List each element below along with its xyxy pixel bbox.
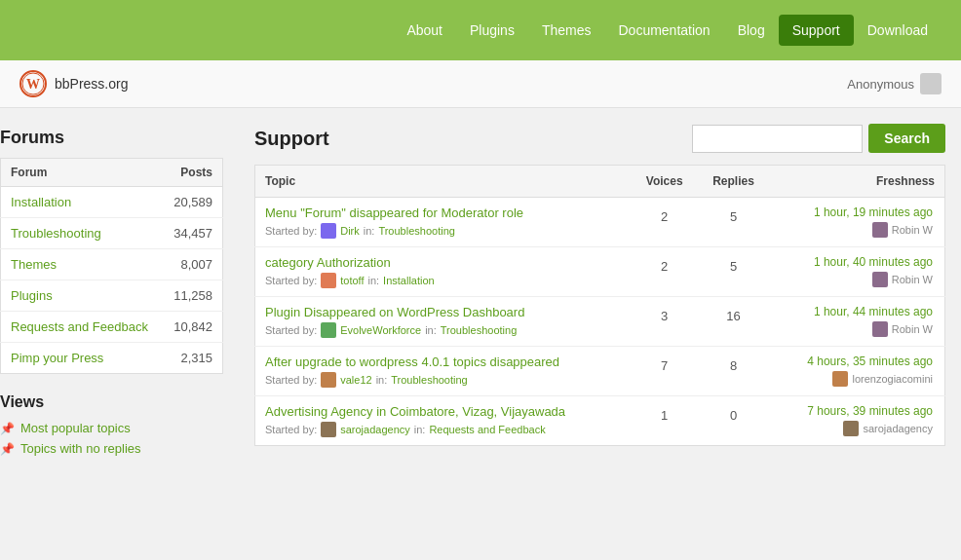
replies-cell: 5 [698,247,770,297]
forum-posts-count: 8,007 [163,249,223,280]
topic-meta: Started by: Dirk in: Troubleshooting [265,223,622,239]
forum-row: Pimp your Press 2,315 [1,343,223,374]
forum-row: Themes 8,007 [1,249,223,280]
voices-cell: 7 [632,347,698,396]
reply-username: Robin W [892,224,933,236]
author-avatar [321,322,336,338]
started-by-label: Started by: [265,275,317,286]
author-link[interactable]: Dirk [340,225,360,237]
author-avatar [321,273,336,288]
nav-documentation[interactable]: Documentation [604,15,723,46]
svg-text:W: W [26,77,40,92]
author-link[interactable]: totoff [340,275,364,286]
topic-cell: category Authorization Started by: totof… [255,247,632,297]
freshness-time: 1 hour, 40 minutes ago [781,255,933,269]
forum-link[interactable]: Installation [11,195,71,209]
in-label: in: [367,275,379,286]
search-button[interactable]: Search [868,124,945,153]
voices-cell: 2 [632,198,698,247]
topic-cell: Menu "Forum" disappeared for Moderator r… [255,198,632,247]
topic-title-link[interactable]: Menu "Forum" disappeared for Moderator r… [265,205,523,220]
username-label: Anonymous [847,77,914,92]
started-by-label: Started by: [265,424,317,435]
forum-row: Installation 20,589 [1,187,223,218]
freshness-cell: 1 hour, 44 minutes ago Robin W [769,297,944,347]
forum-posts-count: 11,258 [163,280,223,312]
views-list: 📌 Most popular topics 📌 Topics with no r… [0,421,223,456]
freshness-user: sarojadagency [781,421,933,436]
topic-meta: Started by: EvolveWorkforce in: Troubles… [265,322,622,338]
forum-col-header: Forum [1,159,163,187]
reply-username: Robin W [892,274,933,285]
freshness-cell: 1 hour, 40 minutes ago Robin W [769,247,944,297]
replies-col-header: Replies [698,166,770,198]
in-label: in: [376,374,388,386]
topic-meta: Started by: vale12 in: Troubleshooting [265,372,622,388]
replies-cell: 5 [698,198,770,247]
brand-logo[interactable]: W bbPress.org [19,70,128,97]
support-area: Support Search Topic Voices Replies Fres… [239,124,945,462]
nav-blog[interactable]: Blog [724,15,779,46]
pin-icon: 📌 [0,422,15,435]
freshness-time: 4 hours, 35 minutes ago [781,355,933,368]
freshness-time: 1 hour, 19 minutes ago [781,205,933,219]
forum-link[interactable]: Pimp your Press [11,351,103,365]
topic-cell: Advertising Agency in Coimbatore, Vizag,… [255,396,632,446]
author-link[interactable]: sarojadagency [340,424,410,435]
freshness-cell: 7 hours, 39 minutes ago sarojadagency [769,396,944,446]
forum-category-link[interactable]: Troubleshooting [391,374,467,386]
author-link[interactable]: EvolveWorkforce [340,324,421,336]
topic-row: Plugin Disappeared on WordPress Dashboar… [255,297,945,347]
forum-link[interactable]: Themes [11,257,57,272]
forum-table: Forum Posts Installation 20,589 Troubles… [0,158,223,374]
topic-title-link[interactable]: Plugin Disappeared on WordPress Dashboar… [265,305,524,319]
in-label: in: [425,324,437,336]
sidebar: Forums Forum Posts Installation 20,589 T… [0,124,239,462]
topics-table: Topic Voices Replies Freshness Menu "For… [254,165,945,446]
nav-about[interactable]: About [393,15,456,46]
view-link[interactable]: Most popular topics [20,421,131,435]
forum-row: Plugins 11,258 [1,280,223,312]
search-input[interactable] [692,125,863,153]
reply-avatar [832,371,848,387]
topic-row: After upgrade to wordpress 4.0.1 topics … [255,347,945,396]
author-avatar [321,372,336,388]
voices-cell: 1 [632,396,698,446]
freshness-cell: 4 hours, 35 minutes ago lorenzogiacomini [769,347,944,396]
user-avatar [920,73,942,94]
forum-posts-count: 20,589 [163,187,223,218]
topic-title-link[interactable]: Advertising Agency in Coimbatore, Vizag,… [265,404,565,419]
in-label: in: [364,225,375,237]
nav-plugins[interactable]: Plugins [456,15,528,46]
forum-category-link[interactable]: Troubleshooting [378,225,454,237]
in-label: in: [414,424,426,435]
forum-link[interactable]: Troubleshooting [11,226,101,241]
reply-username: Robin W [892,323,933,335]
forum-link[interactable]: Requests and Feedback [11,319,148,334]
author-link[interactable]: vale12 [340,374,371,386]
replies-cell: 8 [698,347,770,396]
topic-title-link[interactable]: category Authorization [265,255,391,270]
reply-username: sarojadagency [863,423,933,434]
view-link[interactable]: Topics with no replies [20,441,141,456]
forum-category-link[interactable]: Requests and Feedback [429,424,545,435]
topic-cell: After upgrade to wordpress 4.0.1 topics … [255,347,632,396]
forums-heading: Forums [0,128,223,148]
brand-name: bbPress.org [55,76,128,92]
forum-posts-count: 10,842 [163,312,223,343]
nav-download[interactable]: Download [854,15,942,46]
freshness-user: Robin W [781,272,933,287]
freshness-time: 7 hours, 39 minutes ago [781,404,933,418]
nav-support[interactable]: Support [779,15,854,46]
topic-row: category Authorization Started by: totof… [255,247,945,297]
topic-meta: Started by: sarojadagency in: Requests a… [265,422,622,437]
forum-category-link[interactable]: Installation [383,275,435,286]
started-by-label: Started by: [265,225,317,237]
forum-link[interactable]: Plugins [11,288,53,303]
topic-row: Advertising Agency in Coimbatore, Vizag,… [255,396,945,446]
views-heading: Views [0,393,223,411]
topic-title-link[interactable]: After upgrade to wordpress 4.0.1 topics … [265,355,559,369]
forum-category-link[interactable]: Troubleshooting [441,324,517,336]
reply-avatar [872,222,888,238]
nav-themes[interactable]: Themes [528,15,605,46]
